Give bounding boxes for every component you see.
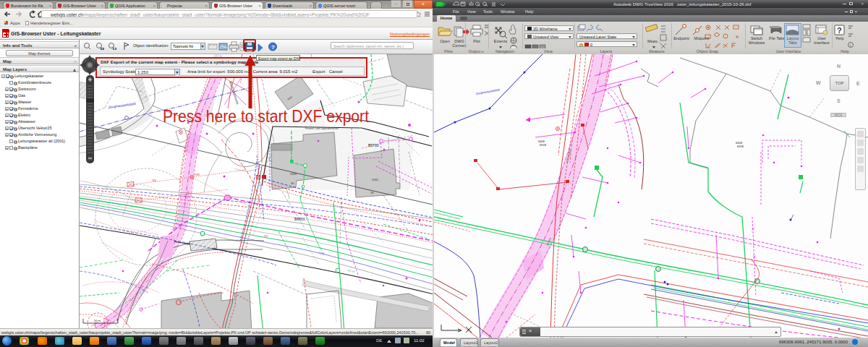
svg-text:6928: 6928 (540, 143, 547, 147)
svg-text:i: i (850, 43, 851, 48)
svg-text:50 m: 50 m (94, 319, 101, 322)
svg-text:30: 30 (291, 181, 294, 185)
svg-text:Freizeit- und Jugendzentrum: Freizeit- und Jugendzentrum (305, 127, 339, 130)
svg-text:28: 28 (370, 191, 374, 194)
svg-text:6928: 6928 (737, 145, 744, 148)
svg-text:7593: 7593 (194, 174, 200, 176)
svg-text:?: ? (837, 26, 842, 35)
svg-text:?: ? (271, 44, 275, 51)
svg-text:700: 700 (152, 179, 156, 182)
svg-text:2065: 2065 (372, 178, 379, 181)
svg-text:B6801: B6801 (294, 217, 305, 221)
svg-text:2058: 2058 (290, 172, 297, 176)
svg-text:Press here to start DXF export: Press here to start DXF export (163, 106, 369, 126)
